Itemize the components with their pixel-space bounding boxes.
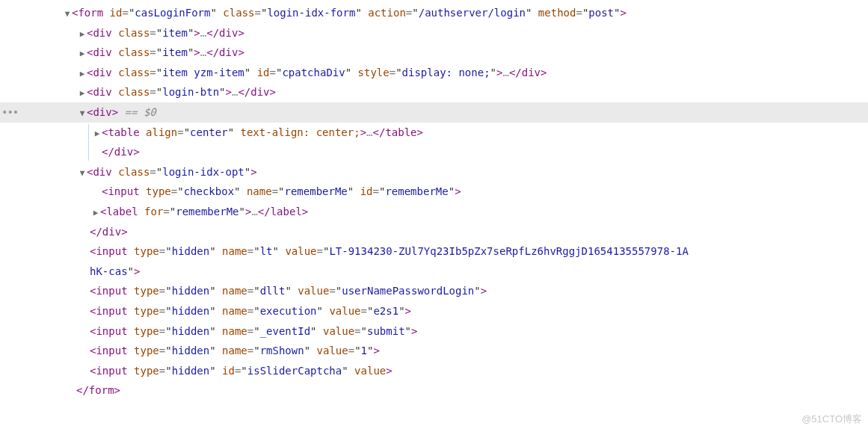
dom-node-div-item-1[interactable]: ▶<div class="item">…</div>: [0, 23, 868, 43]
dom-node-input-execution[interactable]: <input type="hidden" name="execution" va…: [0, 301, 868, 321]
dom-node-div-loginopt-open[interactable]: ▼<div class="login-idx-opt">: [0, 162, 868, 182]
ellipsis-icon[interactable]: …: [200, 27, 206, 39]
dom-node-div-captcha[interactable]: ▶<div class="item yzm-item" id="cpatchaD…: [0, 63, 868, 83]
dom-node-form-open[interactable]: ▼<form id="casLoginForm" class="login-id…: [0, 3, 868, 23]
dom-node-table[interactable]: ▶<table align="center" text-align: cente…: [88, 123, 868, 143]
ellipsis-icon[interactable]: …: [502, 67, 508, 78]
expand-arrow-icon[interactable]: ▼: [63, 7, 72, 22]
dom-node-input-rememberme[interactable]: <input type="checkbox" name="rememberMe"…: [0, 182, 868, 202]
dom-node-div-loginbtn[interactable]: ▶<div class="login-btn">…</div>: [0, 82, 868, 102]
expand-arrow-icon[interactable]: ▼: [78, 166, 87, 182]
dom-node-div-close-2[interactable]: </div>: [0, 222, 868, 242]
collapse-arrow-icon[interactable]: ▶: [78, 46, 87, 62]
dom-node-div-item-2[interactable]: ▶<div class="item">…</div>: [0, 43, 868, 63]
dom-node-input-lt[interactable]: <input type="hidden" name="lt" value="LT…: [0, 241, 868, 262]
dom-node-input-slidercaptcha[interactable]: <input type="hidden" id="isSliderCaptcha…: [0, 361, 868, 381]
dom-tree: ▼<form id="casLoginForm" class="login-id…: [0, 0, 868, 401]
collapse-arrow-icon[interactable]: ▶: [78, 67, 87, 82]
dom-node-div-selected[interactable]: ••• ▼<div> == $0: [0, 102, 868, 123]
expand-arrow-icon[interactable]: ▼: [78, 106, 87, 122]
child-indent-bar: [88, 124, 89, 161]
selected-marker: == $0: [125, 106, 156, 118]
ellipsis-icon[interactable]: …: [251, 206, 257, 217]
ellipsis-icon[interactable]: …: [366, 126, 372, 138]
dom-node-form-close[interactable]: </form>: [0, 380, 868, 401]
dom-node-label-rememberme[interactable]: ▶<label for="rememberMe">…</label>: [0, 202, 868, 222]
dom-node-input-lt-wrap[interactable]: hK-cas">: [0, 262, 868, 282]
collapse-arrow-icon[interactable]: ▶: [91, 206, 100, 221]
collapse-arrow-icon[interactable]: ▶: [78, 86, 87, 102]
collapse-arrow-icon[interactable]: ▶: [93, 126, 102, 142]
ellipsis-icon[interactable]: …: [200, 46, 206, 58]
dom-node-input-dllt[interactable]: <input type="hidden" name="dllt" value="…: [0, 281, 868, 301]
gutter-dots-icon: •••: [1, 102, 18, 123]
collapse-arrow-icon[interactable]: ▶: [78, 27, 87, 43]
dom-node-input-rmshown[interactable]: <input type="hidden" name="rmShown" valu…: [0, 341, 868, 361]
dom-node-div-close-1[interactable]: </div>: [88, 142, 868, 162]
dom-node-input-eventid[interactable]: <input type="hidden" name="_eventId" val…: [0, 321, 868, 342]
